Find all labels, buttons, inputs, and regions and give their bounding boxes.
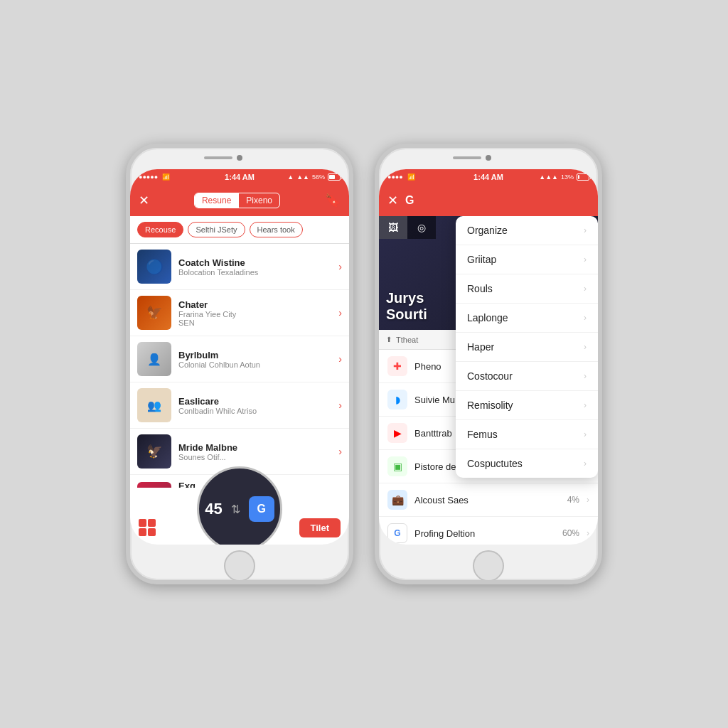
tilet-button[interactable]: Tilet xyxy=(299,518,341,537)
list-chevron-2: › xyxy=(338,353,342,365)
upload-icon: ⬆ xyxy=(386,336,392,343)
list-item[interactable]: 🦅 Chater Frarina Yiee CitySEN › xyxy=(130,290,349,336)
rp-app-header: ✕ G xyxy=(379,185,598,216)
dropdown-chevron-6: › xyxy=(584,400,587,410)
list-container: 🔵 Coatch Wistine Bolocation Texaladines … xyxy=(130,244,349,488)
rp-close-button[interactable]: ✕ xyxy=(387,193,398,208)
rp-chevron-4: › xyxy=(587,495,589,505)
dropdown-label-0: Organize xyxy=(467,225,508,236)
header-tab-pixeno[interactable]: Pixeno xyxy=(239,193,279,208)
list-thumb-4: 🦅 xyxy=(137,434,171,469)
filter-hears[interactable]: Hears took xyxy=(250,222,303,237)
sort-icon: ⇅ xyxy=(231,503,240,516)
bookmark-icon[interactable]: 🔖 xyxy=(325,193,341,208)
app-header: ✕ Resune Pixeno 🔖 xyxy=(130,185,349,216)
list-subtitle-0: Bolocation Texaladines xyxy=(178,268,331,277)
dropdown-item-8[interactable]: Cospuctutes › xyxy=(456,449,598,478)
right-home-button[interactable] xyxy=(473,550,504,582)
battery-icon xyxy=(328,173,341,181)
loc-icon-r: ▲▲▲ xyxy=(539,173,558,181)
suivie-icon: ◗ xyxy=(395,394,400,405)
dropdown-item-4[interactable]: Haper › xyxy=(456,333,598,362)
rp-list-icon-1: ◗ xyxy=(387,390,407,410)
dropdown-label-3: Laplonge xyxy=(467,312,508,323)
dropdown-chevron-1: › xyxy=(584,255,587,264)
filter-bar: Recouse Selthi JSety Hears took xyxy=(130,216,349,244)
rp-list-icon-0: ✚ xyxy=(387,356,407,376)
dropdown-chevron-0: › xyxy=(584,225,587,235)
dropdown-chevron-5: › xyxy=(584,371,587,381)
left-phone-screen: ●●●●● 📶 1:44 AM ▲ ▲▲ 56% ✕ Resune xyxy=(130,169,349,545)
list-item[interactable]: 🔵 Coatch Wistine Bolocation Texaladines … xyxy=(130,244,349,290)
bottom-area: 45 ⇅ G Tilet xyxy=(130,488,349,545)
header-tabs: Resune Pixeno xyxy=(194,193,280,208)
rp-list-pct-5: 60% xyxy=(562,528,579,538)
dropdown-label-5: Costocour xyxy=(467,370,513,382)
dropdown-item-7[interactable]: Femus › xyxy=(456,420,598,449)
list-thumb-3: 👥 xyxy=(137,388,171,422)
dropdown-label-6: Remisolity xyxy=(467,400,513,411)
list-thumb-0: 🔵 xyxy=(137,250,171,284)
close-button[interactable]: ✕ xyxy=(139,193,149,208)
list-title-1: Chater xyxy=(178,299,331,310)
dropdown-item-0[interactable]: Organize › xyxy=(456,216,598,245)
list-title-3: Easlicare xyxy=(178,396,331,407)
status-time: 1:44 AM xyxy=(225,173,255,181)
dropdown-chevron-3: › xyxy=(584,313,587,323)
list-thumb-5: ⚽ xyxy=(137,482,171,488)
left-home-button[interactable] xyxy=(224,550,255,582)
right-phone-screen: ●●●● 📶 1:44 AM ▲▲▲ 13% ✕ G xyxy=(379,169,598,545)
dropdown-label-1: Griitap xyxy=(467,254,496,265)
dropdown-overlay: Organize › Griitap › Rouls › Laplonge › xyxy=(456,216,598,478)
list-item[interactable]: 👤 Byrlbulm Colonial Cohlbun Aotun › xyxy=(130,336,349,382)
rp-person-name: Jurys Sourti xyxy=(386,290,427,323)
rp-chevron-5: › xyxy=(587,528,589,538)
right-phone: ●●●● 📶 1:44 AM ▲▲▲ 13% ✕ G xyxy=(375,144,602,584)
dropdown-item-1[interactable]: Griitap › xyxy=(456,245,598,274)
ttheat-label: Ttheat xyxy=(396,336,418,344)
pistore-icon: ▣ xyxy=(393,461,402,472)
dropdown-label-4: Haper xyxy=(467,341,494,353)
dropdown-chevron-8: › xyxy=(584,459,587,469)
rp-image-tab-0[interactable]: 🖼 xyxy=(379,216,407,239)
dropdown-chevron-4: › xyxy=(584,342,587,352)
rp-list-item-5[interactable]: G Profing Deltion 60% › xyxy=(379,517,598,545)
dropdown-item-5[interactable]: Costocour › xyxy=(456,362,598,391)
zoom-circle[interactable]: 45 ⇅ G xyxy=(197,466,282,545)
dropdown-chevron-2: › xyxy=(584,284,587,294)
list-item[interactable]: 👥 Easlicare Conlbadin Whilc Atriso › xyxy=(130,382,349,429)
status-bar-right: ●●●● 📶 1:44 AM ▲▲▲ 13% xyxy=(379,169,598,185)
rp-image-tabs: 🖼 ◎ xyxy=(379,216,436,239)
rp-image-tab-1[interactable]: ◎ xyxy=(407,216,436,239)
g-label: G xyxy=(257,503,266,515)
battery-fill xyxy=(329,175,335,179)
list-info-3: Easlicare Conlbadin Whilc Atriso xyxy=(178,396,331,415)
list-chevron-1: › xyxy=(338,307,342,318)
dropdown-item-3[interactable]: Laplonge › xyxy=(456,304,598,333)
signal-icon: ●●●●● xyxy=(139,173,158,181)
battery-icon-r xyxy=(577,173,589,181)
battery-fill-r xyxy=(578,175,579,179)
rp-list-icon-4: 💼 xyxy=(387,490,407,510)
status-time-r: 1:44 AM xyxy=(473,173,503,181)
rp-list-item-4[interactable]: 💼 Alcoust Saes 4% › xyxy=(379,483,598,517)
rp-list-pct-4: 4% xyxy=(567,495,579,505)
filter-recouse[interactable]: Recouse xyxy=(137,222,183,237)
list-chevron-0: › xyxy=(338,261,342,272)
google-icon: G xyxy=(394,528,400,538)
list-chevron-3: › xyxy=(338,400,342,411)
signal-dots: ●●●●● 📶 xyxy=(139,173,170,181)
list-thumb-1: 🦅 xyxy=(137,296,171,330)
list-subtitle-3: Conlbadin Whilc Atriso xyxy=(178,407,331,415)
g-button[interactable]: G xyxy=(249,496,274,522)
list-thumb-2: 👤 xyxy=(137,342,171,376)
dropdown-item-6[interactable]: Remisolity › xyxy=(456,391,598,420)
grid-icon[interactable] xyxy=(139,519,156,536)
status-bar-left: ●●●●● 📶 1:44 AM ▲ ▲▲ 56% xyxy=(130,169,349,185)
list-title-0: Coatch Wistine xyxy=(178,257,331,268)
dropdown-item-2[interactable]: Rouls › xyxy=(456,274,598,304)
filter-selthi[interactable]: Selthi JSety xyxy=(188,222,245,237)
header-tab-resune[interactable]: Resune xyxy=(195,193,238,208)
status-right: ▲ ▲▲ 56% xyxy=(287,173,341,181)
dropdown-label-7: Femus xyxy=(467,429,498,440)
